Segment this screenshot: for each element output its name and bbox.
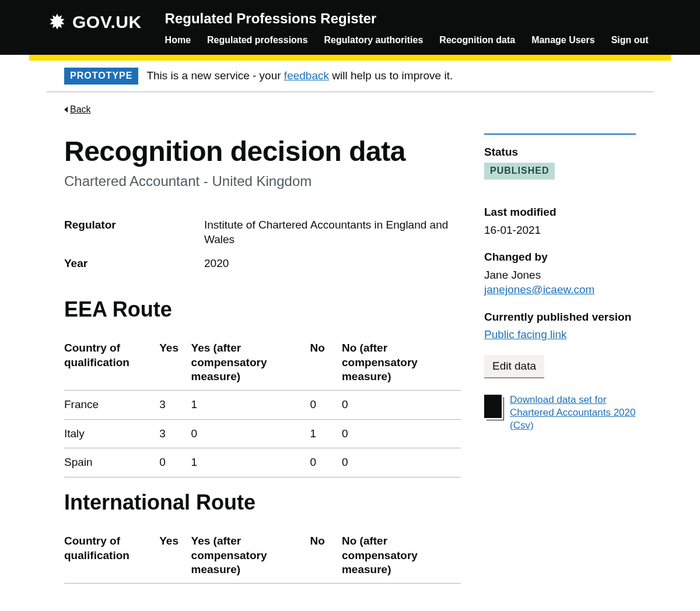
back-link[interactable]: Back [64, 104, 91, 116]
col-yes-comp: Yes (after compensatory measure) [191, 528, 310, 584]
eea-table: Country of qualification Yes Yes (after … [64, 335, 461, 477]
modified-label: Last modified [484, 205, 636, 220]
regulator-label: Regulator [64, 218, 204, 247]
nav-manage-users[interactable]: Manage Users [531, 34, 595, 47]
phase-text: This is a new service - your feedback wi… [146, 69, 453, 83]
download-link[interactable]: Download data set for Chartered Accounta… [510, 394, 636, 432]
chevron-left-icon [64, 107, 68, 113]
changed-label: Changed by [484, 250, 636, 265]
document-icon [484, 395, 502, 418]
col-no-comp: No (after compensatory measure) [342, 335, 461, 391]
col-no: No [310, 335, 342, 391]
nav-recognition-data[interactable]: Recognition data [439, 34, 515, 47]
govuk-text: GOV.UK [72, 10, 142, 33]
phase-tag: PROTOTYPE [64, 68, 138, 85]
year-label: Year [64, 257, 204, 271]
col-country: Country of qualification [64, 335, 159, 391]
col-no: No [310, 528, 342, 584]
service-name[interactable]: Regulated Professions Register [165, 9, 653, 27]
sidebar: Status PUBLISHED Last modified 16-01-202… [484, 134, 636, 595]
col-no-comp: No (after compensatory measure) [342, 528, 461, 584]
col-yes: Yes [159, 335, 191, 391]
table-row: Spain 0 1 0 0 [64, 448, 461, 477]
yellow-divider [29, 55, 671, 61]
table-row: Italy 3 0 1 0 [64, 419, 461, 448]
nav-sign-out[interactable]: Sign out [611, 34, 649, 47]
feedback-link[interactable]: feedback [284, 69, 329, 82]
public-label: Currently published version [484, 310, 636, 325]
year-value: 2020 [204, 257, 461, 271]
site-header: GOV.UK Regulated Professions Register Ho… [0, 0, 700, 55]
changed-name: Jane Jones [484, 268, 636, 283]
eea-heading: EEA Route [64, 296, 461, 324]
phase-banner: PROTOTYPE This is a new service - your f… [47, 61, 653, 92]
govuk-logo[interactable]: GOV.UK [47, 5, 142, 33]
intl-heading: International Route [64, 489, 461, 517]
edit-button[interactable]: Edit data [484, 355, 544, 377]
changed-email-link[interactable]: janejones@icaew.com [484, 283, 594, 296]
primary-nav: Home Regulated professions Regulatory au… [165, 34, 653, 47]
page-title: Recognition decision data [64, 134, 461, 170]
crown-icon [47, 13, 68, 31]
public-facing-link[interactable]: Public facing link [484, 328, 567, 340]
nav-home[interactable]: Home [165, 34, 191, 47]
col-country: Country of qualification [64, 528, 159, 584]
summary-list: Regulator Institute of Chartered Account… [64, 213, 461, 275]
nav-professions[interactable]: Regulated professions [207, 34, 307, 47]
intl-table: Country of qualification Yes Yes (after … [64, 528, 461, 584]
status-badge: PUBLISHED [484, 163, 555, 180]
table-row: France 3 1 0 0 [64, 391, 461, 420]
modified-value: 16-01-2021 [484, 223, 636, 238]
col-yes-comp: Yes (after compensatory measure) [191, 335, 310, 391]
col-yes: Yes [159, 528, 191, 584]
status-label: Status [484, 145, 636, 160]
nav-authorities[interactable]: Regulatory authorities [324, 34, 424, 47]
page-subtitle: Chartered Accountant - United Kingdom [64, 172, 461, 190]
regulator-value: Institute of Chartered Accountants in En… [204, 218, 461, 247]
